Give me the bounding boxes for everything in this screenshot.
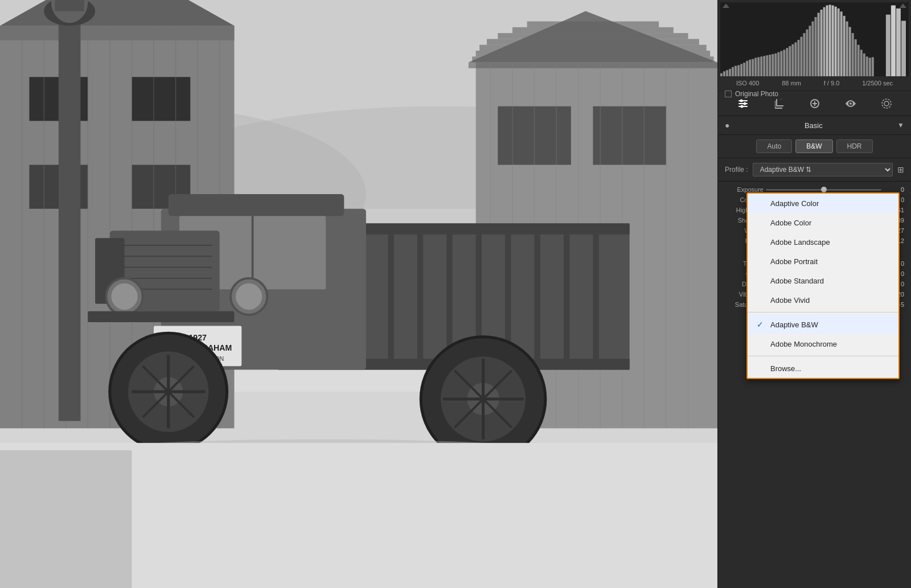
svg-rect-100 (720, 73, 723, 76)
dropdown-label-adaptive-bw: Adaptive B&W (770, 320, 889, 329)
mode-buttons: Auto B&W HDR (718, 135, 911, 158)
svg-rect-135 (820, 10, 823, 76)
right-panel: ISO 400 88 mm f / 9.0 1/2500 sec Origina… (717, 0, 911, 588)
exposure-slider[interactable] (766, 189, 881, 191)
svg-rect-142 (840, 11, 843, 76)
dropdown-item-adobe-vivid[interactable]: Adobe Vivid (748, 290, 898, 310)
svg-rect-118 (772, 54, 774, 76)
svg-rect-128 (800, 37, 802, 76)
svg-rect-148 (857, 45, 860, 76)
hdr-button[interactable]: HDR (836, 139, 873, 153)
dropdown-separator (748, 312, 898, 312)
histogram-highlight-clip[interactable] (900, 3, 906, 8)
svg-rect-133 (815, 17, 817, 76)
check-mark-adobe-color (757, 218, 766, 227)
dropdown-label-adobe-color: Adobe Color (770, 219, 889, 227)
original-photo-checkbox[interactable] (725, 91, 732, 97)
svg-rect-155 (891, 5, 896, 76)
svg-rect-140 (835, 7, 837, 76)
svg-rect-124 (789, 46, 791, 76)
histogram-area: ISO 400 88 mm f / 9.0 1/2500 sec Origina… (718, 0, 911, 91)
svg-rect-134 (818, 13, 820, 76)
svg-rect-99 (0, 0, 717, 588)
svg-rect-146 (852, 33, 854, 76)
dropdown-label-adobe-vivid: Adobe Vivid (770, 296, 889, 305)
svg-rect-151 (866, 56, 868, 76)
profile-select[interactable]: Adaptive B&W ⇅ (753, 163, 893, 176)
dropdown-item-adobe-monochrome[interactable]: Adobe Monochrome (748, 334, 898, 353)
svg-rect-130 (806, 30, 808, 76)
svg-rect-129 (803, 33, 805, 76)
svg-rect-117 (769, 55, 771, 76)
check-mark-adobe-monochrome (757, 339, 766, 348)
svg-rect-104 (732, 67, 734, 76)
profile-dropdown: Adaptive Color Adobe Color Adobe Landsca… (746, 192, 900, 379)
svg-rect-121 (780, 51, 782, 76)
svg-point-169 (884, 101, 889, 106)
photo-area: 1927 DODGE•GRAHAM DO NOT CLIMB ON (0, 0, 717, 588)
bw-button[interactable]: B&W (795, 139, 832, 153)
dropdown-item-adaptive-bw[interactable]: ✓ Adaptive B&W (748, 315, 898, 334)
svg-rect-107 (740, 64, 742, 76)
svg-rect-147 (855, 39, 857, 76)
dropdown-label-adobe-monochrome: Adobe Monochrome (770, 340, 889, 348)
profile-label: Profile : (725, 166, 748, 174)
histogram-shadow-clip[interactable] (723, 3, 729, 8)
visibility-icon[interactable]: ● (725, 121, 729, 130)
svg-rect-149 (860, 50, 863, 76)
check-mark-adobe-standard (757, 276, 766, 285)
svg-rect-144 (846, 22, 848, 76)
svg-rect-125 (791, 44, 794, 76)
svg-rect-154 (886, 15, 891, 76)
dropdown-item-adobe-standard[interactable]: Adobe Standard (748, 271, 898, 290)
svg-rect-119 (774, 54, 777, 76)
shutter-value: 1/2500 sec (862, 80, 893, 87)
svg-rect-103 (729, 69, 731, 76)
basic-header: ● Basic ▼ (718, 116, 911, 135)
svg-rect-136 (823, 7, 826, 76)
grid-view-icon[interactable]: ⊞ (897, 165, 904, 174)
svg-rect-153 (872, 57, 874, 76)
dropdown-label-adobe-landscape: Adobe Landscape (770, 238, 889, 246)
svg-rect-105 (734, 66, 737, 76)
svg-rect-101 (723, 71, 725, 76)
dropdown-label-browse: Browse... (770, 364, 889, 373)
check-mark-adaptive-bw: ✓ (757, 320, 766, 329)
svg-rect-123 (786, 48, 788, 76)
svg-rect-113 (757, 57, 760, 76)
exposure-thumb[interactable] (821, 187, 827, 192)
svg-rect-114 (760, 56, 762, 76)
svg-rect-115 (763, 56, 765, 76)
dropdown-label-adobe-standard: Adobe Standard (770, 277, 889, 285)
svg-rect-141 (838, 9, 840, 76)
basic-title: Basic (805, 121, 823, 130)
original-photo-row[interactable]: Original Photo (720, 89, 909, 101)
svg-rect-116 (766, 55, 768, 76)
check-mark-adaptive-color (757, 199, 766, 208)
original-photo-label: Original Photo (735, 90, 778, 98)
iso-value: ISO 400 (736, 80, 759, 87)
svg-rect-106 (737, 65, 740, 77)
camera-info: ISO 400 88 mm f / 9.0 1/2500 sec (720, 76, 909, 89)
svg-rect-143 (843, 16, 846, 76)
svg-rect-132 (811, 22, 814, 76)
svg-rect-156 (896, 9, 901, 76)
svg-rect-122 (783, 50, 785, 76)
profile-row: Profile : Adaptive B&W ⇅ ⊞ Adaptive Colo… (718, 158, 911, 182)
dropdown-item-adobe-color[interactable]: Adobe Color (748, 213, 898, 232)
dropdown-separator-2 (748, 356, 898, 356)
dropdown-item-browse[interactable]: Browse... (748, 359, 898, 378)
svg-rect-131 (809, 26, 811, 76)
svg-rect-126 (794, 42, 797, 76)
dropdown-item-adaptive-color[interactable]: Adaptive Color (748, 194, 898, 213)
svg-rect-160 (738, 103, 748, 104)
svg-rect-139 (832, 5, 834, 76)
basic-expand-arrow[interactable]: ▼ (897, 121, 904, 129)
svg-rect-108 (743, 63, 745, 76)
dropdown-item-adobe-portrait[interactable]: Adobe Portrait (748, 252, 898, 271)
dropdown-item-adobe-landscape[interactable]: Adobe Landscape (748, 232, 898, 252)
svg-rect-110 (749, 60, 751, 76)
svg-rect-120 (777, 52, 779, 76)
dropdown-label-adaptive-color: Adaptive Color (770, 199, 889, 208)
auto-button[interactable]: Auto (756, 139, 792, 153)
